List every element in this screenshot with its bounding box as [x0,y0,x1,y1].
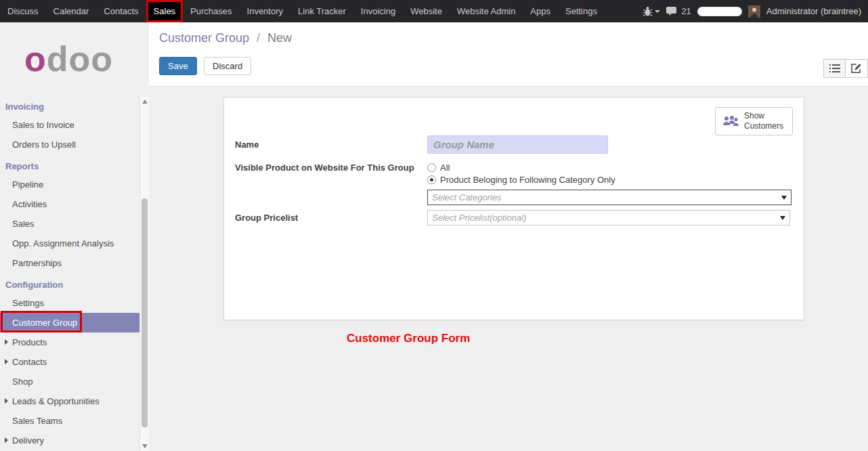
form-view-icon [851,63,862,74]
user-avatar[interactable] [748,5,760,18]
radio-all[interactable]: All [427,163,615,173]
radio-category-label: Product Beloging to Following Category O… [440,175,615,185]
main-panel: Customer Group / New Save Discard [149,22,868,451]
breadcrumb-separator: / [257,31,260,45]
show-customers-label: Show Customers [744,111,786,131]
form-sheet-area: Show Customers Name Visible Product on W… [149,87,868,451]
sidebar-menu: Invoicing Sales to Invoice Orders to Ups… [0,95,139,450]
nav-sales[interactable]: Sales [146,0,183,22]
categories-placeholder: Select Categories [432,192,502,202]
radio-icon[interactable] [427,163,436,172]
radio-checked-icon[interactable] [427,175,436,184]
sidebar-item-leads-opportunities[interactable]: Leads & Opportunities [0,391,139,411]
form-card: Show Customers Name Visible Product on W… [223,97,804,320]
expand-arrow-icon [5,359,8,364]
annotation-caption: Customer Group Form [347,332,470,345]
top-navbar: Discuss Calendar Contacts Sales Purchase… [0,0,868,22]
sidebar-item-sales-to-invoice[interactable]: Sales to Invoice [0,115,139,135]
nav-inventory[interactable]: Inventory [240,0,290,22]
messages-count: 21 [681,6,691,16]
expand-arrow-icon [5,339,8,345]
main-menu: Discuss Calendar Contacts Sales Purchase… [0,0,605,22]
scroll-up-icon[interactable] [142,100,148,104]
breadcrumb: Customer Group / New [159,31,868,45]
group-pricelist-label: Group Pricelist [235,213,427,223]
save-button[interactable]: Save [159,57,197,75]
show-customers-button[interactable]: Show Customers [715,107,793,135]
visible-product-label: Visible Product on Website For This Grou… [235,163,427,173]
user-menu[interactable]: Administrator (braintree) [766,6,861,16]
name-label: Name [235,139,427,150]
nav-calendar[interactable]: Calendar [46,0,97,22]
sidebar-item-settings[interactable]: Settings [0,293,139,313]
pricelist-select[interactable]: Select Pricelist(optional) [427,210,790,226]
dropdown-caret-icon [781,196,787,200]
section-configuration: Configuration [0,273,139,293]
sidebar-item-pipeline[interactable]: Pipeline [0,175,139,194]
sidebar-item-opp-assignment-analysis[interactable]: Opp. Assignment Analysis [0,234,139,253]
categories-select[interactable]: Select Categories [427,190,791,205]
scroll-down-icon[interactable] [142,444,148,448]
sidebar-item-sales-teams[interactable]: Sales Teams [0,411,139,431]
nav-invoicing[interactable]: Invoicing [353,0,403,22]
nav-link-tracker[interactable]: Link Tracker [290,0,353,22]
sidebar-item-orders-to-upsell[interactable]: Orders to Upsell [0,135,139,154]
control-panel: Customer Group / New Save Discard [149,22,868,87]
nav-purchases[interactable]: Purchases [183,0,239,22]
messages-button[interactable]: 21 [666,6,691,16]
odoo-logo[interactable]: odoo [0,22,149,95]
nav-contacts[interactable]: Contacts [96,0,146,22]
list-view-button[interactable] [823,59,846,78]
section-invoicing: Invoicing [0,95,139,115]
sidebar: odoo Invoicing Sales to Invoice Orders t… [0,22,149,451]
sidebar-item-contacts[interactable]: Contacts [0,352,139,372]
discard-button[interactable]: Discard [204,57,251,75]
dropdown-caret-icon [780,216,785,220]
sidebar-item-sales[interactable]: Sales [0,214,139,234]
nav-website[interactable]: Website [403,0,450,22]
nav-website-admin[interactable]: Website Admin [450,0,523,22]
group-name-input[interactable] [427,135,608,154]
navbar-right: 21 Administrator (braintree) [643,0,868,22]
sidebar-item-shop[interactable]: Shop [0,372,139,391]
expand-arrow-icon [5,437,8,443]
breadcrumb-current: New [267,31,292,45]
form-buttons: Save Discard [159,57,868,75]
sidebar-item-activities[interactable]: Activities [0,194,139,214]
visibility-radio-group: All Product Beloging to Following Catego… [427,163,615,185]
progress-widget[interactable] [697,7,742,16]
sidebar-scrollbar[interactable] [139,97,149,451]
sidebar-item-products[interactable]: Products [0,332,139,352]
caret-down-icon [655,10,660,13]
debug-icon[interactable] [643,6,660,17]
nav-settings[interactable]: Settings [558,0,605,22]
nav-apps[interactable]: Apps [523,0,558,22]
sidebar-item-customer-group[interactable]: Customer Group [0,313,139,332]
people-group-icon [722,114,739,128]
radio-category-only[interactable]: Product Beloging to Following Category O… [427,175,615,185]
list-view-icon [829,64,840,73]
breadcrumb-customer-group[interactable]: Customer Group [159,31,249,45]
pricelist-placeholder: Select Pricelist(optional) [432,213,526,223]
chat-bubble-icon [666,6,678,16]
radio-all-label: All [440,163,450,173]
sidebar-item-delivery[interactable]: Delivery [0,431,139,450]
sidebar-item-partnerships[interactable]: Partnerships [0,253,139,273]
nav-discuss[interactable]: Discuss [0,0,46,22]
section-reports: Reports [0,154,139,175]
form-view-button[interactable] [846,59,868,78]
expand-arrow-icon [5,398,8,404]
scrollbar-thumb[interactable] [142,198,148,427]
view-switcher [823,59,868,78]
